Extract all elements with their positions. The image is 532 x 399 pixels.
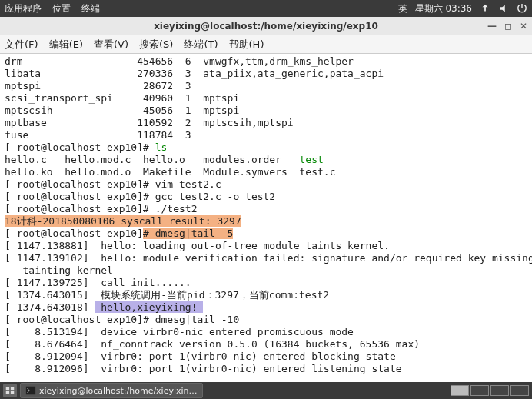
term-line: [ root@localhost exp10]# dmesg|tail -10	[5, 314, 239, 325]
cmd-ls: ls	[155, 141, 168, 153]
term-line: mptscsih 45056 1 mptspi	[5, 105, 239, 116]
svg-rect-4	[26, 387, 35, 395]
menu-terminal[interactable]: 终端	[81, 2, 100, 15]
menu-bar: 文件(F) 编辑(E) 查看(V) 搜索(S) 终端(T) 帮助(H)	[0, 35, 532, 54]
term-line: scsi_transport_spi 40960 1 mptspi	[5, 92, 239, 104]
term-line: [ 1147.139102] hello: module verificatio…	[5, 252, 532, 264]
term-line: [ 1374.643015] 模块系统调用-当前pid：3297，当前comm:…	[5, 289, 329, 301]
term-line: [ 1374.643018]	[5, 301, 95, 313]
window-maximize-button[interactable]: ◻	[504, 21, 512, 32]
workspace-pager[interactable]	[451, 385, 529, 396]
term-line: [ root@localhost exp10]# vim test2.c	[5, 178, 221, 190]
workspace-2[interactable]	[470, 385, 489, 396]
show-desktop-button[interactable]	[3, 384, 17, 397]
term-line: [ root@localhost exp10]# ./test2	[5, 203, 197, 214]
term-line: mptbase 110592 2 mptscsih,mptspi	[5, 117, 294, 128]
menu-applications[interactable]: 应用程序	[5, 2, 42, 15]
term-line: - tainting kernel	[5, 264, 113, 276]
term-line: drm 454656 6 vmwgfx,ttm,drm_kms_helper	[5, 55, 354, 67]
workspace-3[interactable]	[490, 385, 509, 396]
term-line: [ 8.513194] device virbr0-nic entered pr…	[5, 326, 354, 337]
term-line: hello.c hello.mod.c hello.o modules.orde…	[5, 154, 300, 165]
volume-icon[interactable]	[498, 3, 509, 15]
term-line: libata 270336 3 ata_piix,ata_generic,pat…	[5, 68, 384, 79]
clock[interactable]: 星期六 03:36	[415, 2, 472, 15]
term-line: [ 1147.138881] hello: loading out-of-tre…	[5, 240, 390, 251]
terminal-output[interactable]: drm 454656 6 vmwgfx,ttm,drm_kms_helper l…	[0, 54, 532, 383]
syscall-result-line: 18计科-201850080106 syscall result: 3297	[5, 215, 241, 227]
menu-view[interactable]: 查看(V)	[94, 38, 128, 52]
ime-indicator[interactable]: 英	[398, 2, 407, 15]
workspace-4[interactable]	[510, 385, 529, 396]
menu-terminal-menu[interactable]: 终端(T)	[184, 38, 218, 52]
svg-rect-1	[11, 387, 14, 391]
menu-places[interactable]: 位置	[52, 2, 71, 15]
term-line: fuse 118784 3	[5, 129, 191, 141]
menu-file[interactable]: 文件(F)	[5, 38, 38, 52]
window-title: xieyixing@localhost:/home/xieyixing/exp1…	[154, 21, 378, 32]
taskbar-item-terminal[interactable]: xieyixing@localhost:/home/xieyixin…	[20, 383, 203, 398]
term-line: [ root@localhost exp10]#	[5, 141, 155, 153]
term-line: mptspi 28672 3	[5, 80, 191, 91]
taskbar-item-label: xieyixing@localhost:/home/xieyixin…	[39, 386, 198, 396]
menu-search[interactable]: 搜索(S)	[139, 38, 173, 52]
term-line: [ 8.912096] virbr0: port 1(virbr0-nic) e…	[5, 363, 402, 374]
cmd-dmesg-tail5: # dmesg|tail -5	[143, 228, 233, 239]
term-line: [ 8.676464] nf_conntrack version 0.5.0 (…	[5, 338, 420, 350]
window-titlebar: xieyixing@localhost:/home/xieyixing/exp1…	[0, 17, 532, 35]
svg-rect-3	[11, 391, 14, 394]
power-icon[interactable]	[517, 3, 527, 15]
workspace-1[interactable]	[451, 385, 469, 396]
window-minimize-button[interactable]: —	[487, 21, 497, 32]
term-line: [ 1147.139725] call_init......	[5, 277, 191, 288]
file-test: test	[300, 154, 324, 165]
network-icon[interactable]	[480, 3, 490, 15]
svg-rect-2	[6, 391, 9, 394]
term-line: [ 8.912094] virbr0: port 1(virbr0-nic) e…	[5, 351, 396, 362]
menu-edit[interactable]: 编辑(E)	[49, 38, 83, 52]
bottom-taskbar: xieyixing@localhost:/home/xieyixin…	[0, 382, 532, 399]
hello-xieyixing-line: hello,xieyixing!	[95, 301, 203, 313]
system-top-bar: 应用程序 位置 终端 英 星期六 03:36	[0, 0, 532, 17]
window-close-button[interactable]: ✕	[520, 21, 527, 32]
terminal-icon	[25, 385, 36, 396]
term-line: hello.ko hello.mod.o Makefile Module.sym…	[5, 166, 335, 178]
term-line: [ root@localhost exp10]# gcc test2.c -o …	[5, 191, 275, 202]
svg-rect-0	[6, 387, 9, 391]
menu-help[interactable]: 帮助(H)	[229, 38, 264, 52]
term-line: [ root@localhost exp10]	[5, 228, 143, 239]
